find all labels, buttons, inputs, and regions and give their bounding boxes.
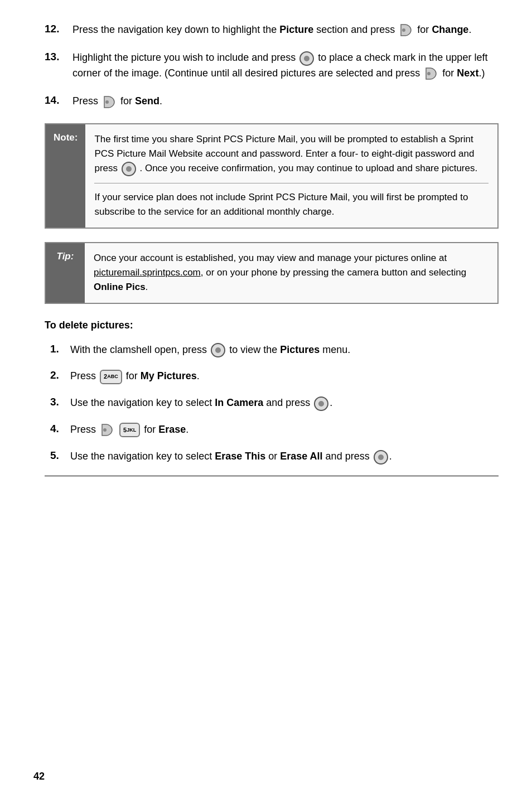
bold-picture: Picture	[279, 24, 313, 35]
note-paragraph-1: The first time you share Sprint PCS Pict…	[94, 132, 489, 176]
circle-icon-del1	[211, 343, 225, 357]
bold-next: Next	[457, 67, 478, 79]
numkey-2-icon: 2ABC	[100, 370, 122, 384]
softkey-icon-12	[399, 22, 413, 38]
circle-icon-note	[122, 162, 136, 176]
step-12: 12. Press the navigation key down to hig…	[45, 22, 499, 38]
svg-point-2	[105, 100, 109, 104]
tip-body: Once your account is established, you ma…	[85, 243, 497, 303]
bold-pictures: Pictures	[280, 344, 320, 355]
delete-section-heading: To delete pictures:	[45, 320, 499, 331]
step-number-14: 14.	[45, 94, 72, 107]
step-content-13: Highlight the picture you wish to includ…	[72, 50, 499, 81]
delete-step-2: 2. Press 2ABC for My Pictures.	[50, 369, 499, 384]
bold-eraseall: Erase All	[280, 451, 322, 462]
delete-step-number-1: 1.	[50, 342, 70, 355]
page-rule	[45, 476, 499, 476]
bold-erasethis: Erase This	[215, 451, 265, 462]
delete-step-number-4: 4.	[50, 422, 70, 435]
tip-box: Tip: Once your account is established, y…	[45, 242, 499, 304]
note-box: Note: The first time you share Sprint PC…	[45, 123, 499, 229]
note-paragraph-2: If your service plan does not include Sp…	[94, 190, 489, 220]
delete-step-content-5: Use the navigation key to select Erase T…	[70, 449, 499, 465]
bold-mypictures: My Pictures	[141, 370, 197, 381]
delete-step-content-1: With the clamshell open, press to view t…	[70, 342, 499, 358]
delete-step-1: 1. With the clamshell open, press to vie…	[50, 342, 499, 358]
page-number: 42	[33, 771, 45, 782]
step-14: 14. Press for Send.	[45, 94, 499, 109]
delete-step-4: 4. Press 5JKL for Erase.	[50, 422, 499, 438]
circle-icon-del5	[374, 450, 388, 465]
tip-link[interactable]: picturemail.sprintpcs.com	[94, 267, 201, 278]
delete-steps-list: 1. With the clamshell open, press to vie…	[50, 342, 499, 465]
delete-step-5: 5. Use the navigation key to select Eras…	[50, 449, 499, 465]
tip-paragraph: Once your account is established, you ma…	[94, 251, 489, 295]
softkey-icon-del4	[100, 422, 114, 438]
bold-change: Change	[432, 24, 468, 35]
delete-step-content-3: Use the navigation key to select In Came…	[70, 395, 499, 411]
step-number-12: 12.	[45, 22, 72, 35]
svg-point-0	[402, 28, 405, 32]
note-body: The first time you share Sprint PCS Pict…	[85, 124, 497, 228]
numkey-5-icon: 5JKL	[119, 423, 140, 437]
note-label: Note:	[46, 124, 85, 228]
delete-step-number-3: 3.	[50, 395, 70, 408]
bold-online-pics: Online Pics	[94, 282, 146, 292]
tip-label: Tip:	[46, 243, 85, 303]
softkey-icon-14	[102, 94, 117, 110]
delete-step-number-5: 5.	[50, 449, 70, 462]
delete-step-content-4: Press 5JKL for Erase.	[70, 422, 499, 438]
svg-point-3	[103, 428, 107, 432]
delete-step-3: 3. Use the navigation key to select In C…	[50, 395, 499, 411]
bold-send: Send	[135, 95, 159, 107]
circle-icon-13	[299, 51, 314, 66]
step-number-13: 13.	[45, 50, 72, 63]
step-content-14: Press for Send.	[72, 94, 499, 109]
bold-incamera: In Camera	[215, 397, 263, 408]
step-content-12: Press the navigation key down to highlig…	[72, 22, 499, 38]
svg-point-1	[427, 72, 431, 75]
softkey-icon-13	[424, 66, 438, 81]
delete-step-content-2: Press 2ABC for My Pictures.	[70, 369, 499, 384]
bold-erase: Erase	[158, 424, 186, 435]
step-13: 13. Highlight the picture you wish to in…	[45, 50, 499, 81]
note-divider	[94, 183, 489, 183]
delete-step-number-2: 2.	[50, 369, 70, 381]
circle-icon-del3	[314, 396, 328, 411]
